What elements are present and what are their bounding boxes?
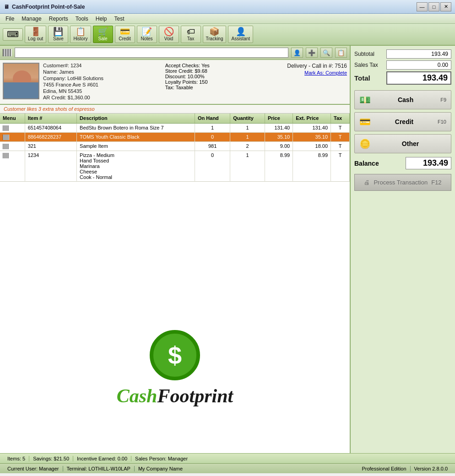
bottom-current-user: Current User: Manager: [4, 466, 63, 471]
cell-extprice: 8.99: [293, 151, 331, 182]
cash-icon: 💵: [359, 94, 371, 105]
mark-complete-link[interactable]: Mark As: Complete: [287, 70, 347, 76]
customer-number: Customer#: 1234: [43, 63, 162, 68]
menu-bar: File Manage Reports Tools Help Test: [0, 14, 455, 24]
title-bar: 🖥 CashFootprint Point-of-Sale — □ ✕: [0, 0, 455, 14]
cell-onhand: 0: [195, 133, 230, 142]
process-transaction-button[interactable]: 🖨 Process Transaction F12: [354, 174, 451, 191]
bottom-terminal: Terminal: LOTHILL-W10LAP: [63, 466, 135, 471]
save-icon: 💾: [53, 27, 63, 36]
menu-file[interactable]: File: [2, 15, 18, 23]
cell-price: 9.00: [265, 142, 292, 151]
table-row[interactable]: 321 Sample Item 981 2 9.00 18.00 T: [0, 142, 350, 151]
cash-button[interactable]: 💵 Cash F9: [354, 90, 451, 109]
logo-cash: Cash: [117, 385, 157, 407]
table-row[interactable]: 886468228237 TOMS Youth Classic Black 0 …: [0, 133, 350, 142]
void-icon: 🚫: [164, 27, 174, 36]
loyalty-points: Loyalty Points: 150: [165, 79, 284, 85]
status-items: Items: 5: [4, 456, 29, 461]
toolbar-save[interactable]: 💾 Save: [48, 26, 68, 43]
toolbar-logout[interactable]: 🚪 Log out: [25, 26, 46, 43]
customer-search-button[interactable]: 🔍: [320, 48, 332, 58]
table-row[interactable]: 1234 Pizza - MediumHand TossedMarinaraCh…: [0, 151, 350, 182]
menu-test[interactable]: Test: [110, 15, 128, 23]
other-payment-button[interactable]: 🪙 Other: [354, 134, 451, 153]
assistant-icon: 👤: [236, 27, 246, 36]
customer-add-button[interactable]: ➕: [306, 48, 318, 58]
total-row: Total 193.49: [354, 71, 451, 85]
cell-price: 8.99: [265, 151, 292, 182]
cell-price: 131.40: [265, 123, 292, 133]
balance-label: Balance: [354, 160, 379, 167]
toolbar-void[interactable]: 🚫 Void: [159, 26, 179, 43]
accept-checks: Accept Checks: Yes: [165, 63, 284, 68]
customer-area: Customer#: 1234 Name: James Company: Lot…: [0, 60, 350, 105]
customer-photo: [3, 63, 39, 99]
maximize-button[interactable]: □: [428, 2, 439, 11]
col-item: Item #: [25, 114, 76, 123]
customer-name: Name: James: [43, 69, 162, 75]
menu-manage[interactable]: Manage: [18, 15, 45, 23]
left-panel: 👤 ➕ 🔍 📋 Customer#: 1234 Name: James Comp…: [0, 46, 351, 453]
menu-tools[interactable]: Tools: [72, 15, 92, 23]
menu-reports[interactable]: Reports: [45, 15, 72, 23]
toolbar-tracking[interactable]: 📦 Tracking: [203, 26, 227, 43]
customer-company: Company: LotHill Solutions: [43, 76, 162, 81]
row-barcode-icon: [3, 153, 9, 158]
toolbar-notes[interactable]: 📝 Notes: [137, 26, 157, 43]
customer-note: Customer likes 3 extra shots of espresso: [0, 105, 350, 114]
status-incentive: Incentive Earned: 0.00: [73, 456, 131, 461]
other-payment-label: Other: [374, 140, 446, 147]
toolbar-keyboard[interactable]: ⌨: [3, 28, 23, 41]
logo-footprint: Footprint: [157, 385, 233, 407]
bottom-company: My Company Name: [135, 466, 186, 471]
table-header-row: Menu Item # Description On Hand Quantity…: [0, 114, 350, 123]
store-credit: Store Credit: $9.68: [165, 68, 284, 74]
minimize-button[interactable]: —: [417, 2, 428, 11]
menu-help[interactable]: Help: [92, 15, 111, 23]
table-row[interactable]: 651457408064 BedStu Brown Botero in Roma…: [0, 123, 350, 133]
col-menu: Menu: [0, 114, 25, 123]
close-button[interactable]: ✕: [440, 2, 451, 11]
customer-remove-button[interactable]: 👤: [291, 48, 303, 58]
toolbar-tax[interactable]: 🏷 Tax: [181, 26, 201, 43]
right-panel: Subtotal 193.49 Sales Tax 0.00 Total 193…: [351, 46, 455, 453]
cell-onhand: 0: [195, 151, 230, 182]
customer-profile-button[interactable]: 📋: [335, 48, 347, 58]
bottom-bar: Current User: Manager Terminal: LOTHILL-…: [0, 463, 455, 473]
cell-item-num: 886468228237: [25, 133, 76, 142]
cell-tax: T: [331, 151, 350, 182]
col-price: Price: [265, 114, 292, 123]
title-bar-controls[interactable]: — □ ✕: [417, 2, 451, 11]
cell-item-num: 651457408064: [25, 123, 76, 133]
keyboard-icon: ⌨: [7, 30, 19, 38]
toolbar-history[interactable]: 📋 History: [70, 26, 91, 43]
tax-icon: 🏷: [187, 27, 195, 36]
main-area: 👤 ➕ 🔍 📋 Customer#: 1234 Name: James Comp…: [0, 46, 455, 453]
customer-city: Edina, MN 55435: [43, 88, 162, 94]
customer-info: Customer#: 1234 Name: James Company: Lot…: [43, 63, 162, 101]
cell-onhand: 1: [195, 123, 230, 133]
credit-payment-button[interactable]: 💳 Credit F10: [354, 112, 451, 131]
title-bar-left: 🖥 CashFootprint Point-of-Sale: [4, 4, 85, 10]
cell-quantity: 1: [230, 123, 265, 133]
cell-description: Sample Item: [77, 142, 195, 151]
toolbar-sale[interactable]: 🛒 Sale: [93, 26, 113, 43]
toolbar-assistant[interactable]: 👤 Assistant: [228, 26, 253, 43]
items-table-container: Menu Item # Description On Hand Quantity…: [0, 114, 350, 283]
cell-menu: [0, 142, 25, 151]
cell-extprice: 35.10: [293, 133, 331, 142]
history-icon: 📋: [76, 27, 86, 36]
status-salesperson: Sales Person: Manager: [131, 456, 191, 461]
col-tax: Tax: [331, 114, 350, 123]
toolbar-credit[interactable]: 💳 Credit: [115, 26, 135, 43]
row-barcode-icon: [3, 135, 9, 140]
logo-container: Cash Footprint: [117, 330, 233, 407]
search-input[interactable]: [15, 48, 288, 58]
col-quantity: Quantity: [230, 114, 265, 123]
cell-quantity: 1: [230, 151, 265, 182]
credit-payment-icon: 💳: [359, 116, 371, 127]
cell-onhand: 981: [195, 142, 230, 151]
cell-tax: T: [331, 123, 350, 133]
status-savings: Savings: $21.50: [29, 456, 73, 461]
